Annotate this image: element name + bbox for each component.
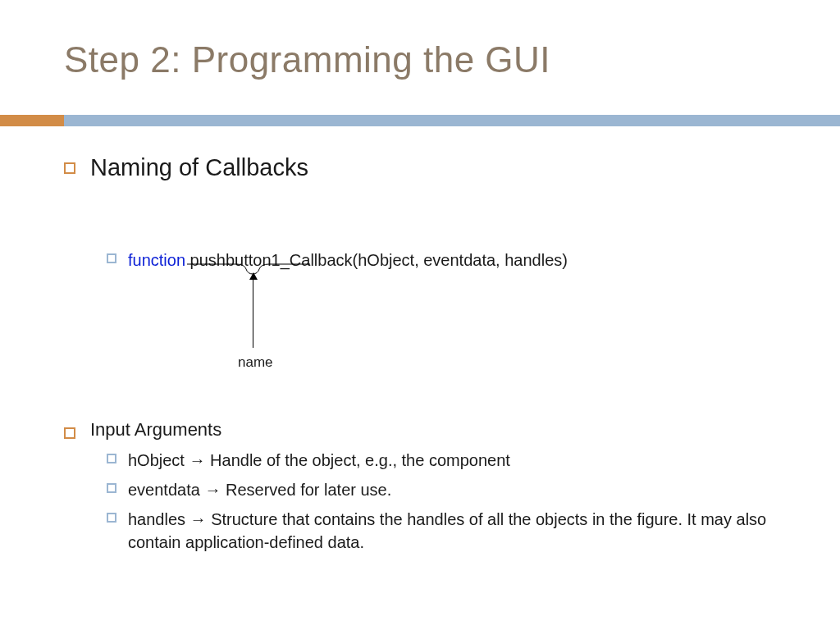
section-heading: Input Arguments: [90, 419, 221, 441]
section-heading: Naming of Callbacks: [90, 154, 308, 181]
underline-main: [64, 115, 840, 126]
callout-annotation: name: [187, 262, 351, 386]
arg-desc: Reserved for later use.: [226, 481, 391, 499]
arg-item: eventdata → Reserved for later use.: [128, 478, 391, 501]
arrow-up-icon: [249, 272, 258, 280]
arrow-right-icon: →: [185, 451, 210, 469]
bullet-level2: eventdata → Reserved for later use.: [107, 478, 791, 501]
bullet-level2: handles → Structure that contains the ha…: [107, 508, 791, 554]
arrow-right-icon: →: [200, 481, 226, 499]
arg-name: hObject: [128, 451, 185, 469]
square-bullet-icon: [64, 427, 75, 439]
slide-title: Step 2: Programming the GUI: [64, 39, 550, 80]
square-bullet-small-icon: [107, 513, 116, 523]
arrow-right-icon: →: [185, 510, 211, 528]
arg-name: handles: [128, 510, 185, 528]
bullet-level1: Input Arguments: [64, 419, 791, 441]
arg-desc: Handle of the object, e.g., the componen…: [210, 451, 510, 469]
slide-content: Naming of Callbacks function pushbutton1…: [64, 154, 791, 554]
square-bullet-small-icon: [107, 253, 116, 263]
arg-item: hObject → Handle of the object, e.g., th…: [128, 449, 510, 472]
bullet-level1: Naming of Callbacks: [64, 154, 791, 181]
square-bullet-icon: [64, 162, 75, 174]
arg-desc: Structure that contains the handles of a…: [128, 510, 766, 551]
underline-accent: [0, 115, 64, 126]
arg-item: handles → Structure that contains the ha…: [128, 508, 791, 554]
annotation-label: name: [238, 354, 273, 371]
square-bullet-small-icon: [107, 483, 116, 493]
arrow-shaft: [253, 276, 253, 348]
bullet-level2: hObject → Handle of the object, e.g., th…: [107, 449, 791, 472]
arg-name: eventdata: [128, 481, 200, 499]
code-keyword: function: [128, 251, 185, 269]
square-bullet-small-icon: [107, 454, 116, 463]
title-underline: [0, 115, 840, 126]
